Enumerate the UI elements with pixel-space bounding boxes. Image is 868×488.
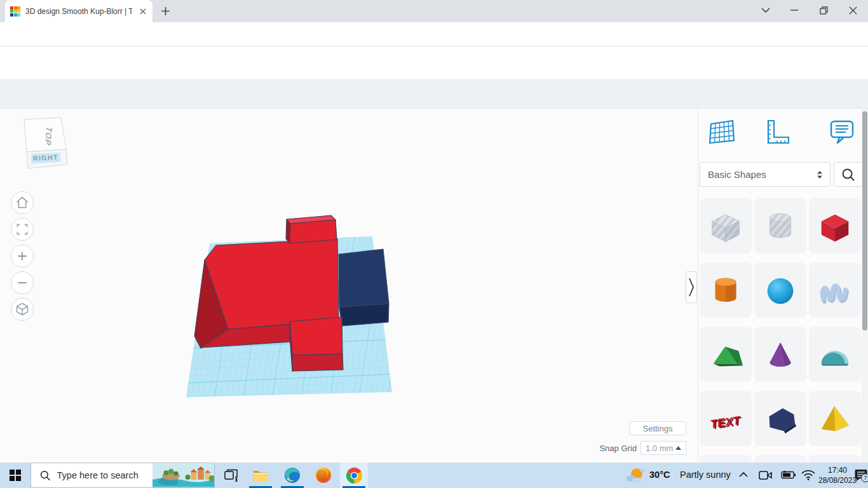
snap-grid-label: Snap Grid bbox=[559, 444, 637, 453]
red-top-box-shape[interactable] bbox=[286, 215, 337, 243]
settings-button[interactable]: Settings bbox=[629, 421, 686, 435]
text-icon: TEXTTEXT bbox=[706, 399, 745, 438]
notes-tool-icon[interactable] bbox=[825, 116, 857, 148]
tab-close-icon[interactable] bbox=[139, 7, 147, 16]
shape-polygon[interactable] bbox=[754, 391, 806, 446]
chevron-right-icon bbox=[688, 276, 695, 299]
weather-icon[interactable] bbox=[626, 466, 645, 484]
notification-center-icon[interactable]: 7 bbox=[854, 468, 868, 482]
taskbar-search-box[interactable] bbox=[31, 463, 215, 488]
hidden-icons-chevron-icon[interactable] bbox=[739, 471, 748, 477]
taskbar-clock[interactable]: 17:40 28/08/2023 bbox=[818, 465, 857, 485]
chrome-icon[interactable] bbox=[340, 463, 368, 488]
roof-icon bbox=[706, 335, 745, 374]
workspace: TOP RIGHT Settings Snap Grid 1.0 mm Basi… bbox=[0, 109, 868, 463]
start-button[interactable] bbox=[0, 463, 31, 488]
tinkercad-header: TINKERCAD Smooth Kup-Blorr bbox=[0, 46, 868, 80]
taskbar-condition[interactable]: Partly sunny bbox=[680, 470, 731, 480]
tab-search-chevron-icon[interactable] bbox=[752, 0, 780, 20]
shapes-panel: Basic Shapes TEXTTEXT bbox=[698, 109, 868, 463]
tab-title: 3D design Smooth Kup-Blorr | Ti bbox=[25, 7, 132, 16]
search-shapes-button[interactable] bbox=[834, 162, 862, 187]
shape-cylinder-transparent[interactable] bbox=[754, 198, 806, 254]
new-tab-button[interactable] bbox=[160, 6, 171, 17]
polygon-icon bbox=[761, 399, 800, 438]
sphere-icon bbox=[761, 271, 800, 310]
shape-roof[interactable] bbox=[700, 327, 752, 382]
tinkercad-favicon bbox=[10, 6, 20, 17]
scribble-icon bbox=[815, 271, 855, 310]
shape-text[interactable]: TEXTTEXT bbox=[700, 391, 752, 446]
taskbar-date: 28/08/2023 bbox=[818, 475, 857, 485]
battery-icon[interactable] bbox=[781, 471, 796, 479]
red-bottom-box-shape[interactable] bbox=[290, 317, 343, 371]
browser-address-bar: tinkercad.com/things/kGMgD63SJsN-smooth-… bbox=[0, 22, 868, 46]
panel-collapse-handle[interactable] bbox=[686, 271, 697, 303]
search-input[interactable] bbox=[57, 470, 153, 480]
firefox-icon[interactable] bbox=[309, 463, 337, 488]
shape-scribble[interactable] bbox=[809, 262, 861, 318]
snap-grid-caret-icon bbox=[675, 446, 681, 450]
view-cube[interactable]: TOP RIGHT bbox=[15, 116, 74, 182]
ruler-tool-icon[interactable] bbox=[759, 116, 791, 148]
taskbar-time: 17:40 bbox=[818, 465, 857, 475]
search-icon bbox=[841, 168, 855, 182]
viewport-3d[interactable] bbox=[0, 109, 698, 463]
snap-grid-value: 1.0 mm bbox=[646, 444, 673, 453]
taskbar-temperature[interactable]: 30°C bbox=[649, 470, 670, 480]
edge-icon[interactable] bbox=[278, 463, 306, 488]
windows-taskbar: 30°C Partly sunny 17:40 28/08/2023 7 bbox=[0, 463, 868, 488]
perspective-toggle-button[interactable] bbox=[11, 298, 34, 321]
cylinder-transparent-icon bbox=[761, 207, 800, 246]
view-cube-top-label: TOP bbox=[43, 125, 54, 147]
box-icon bbox=[815, 207, 855, 246]
shape-box-transparent[interactable] bbox=[700, 198, 752, 254]
panel-scrollbar-thumb[interactable] bbox=[862, 111, 867, 330]
panel-scrollbar[interactable] bbox=[862, 109, 868, 463]
file-explorer-icon[interactable] bbox=[247, 463, 275, 488]
box-transparent-icon bbox=[706, 207, 745, 246]
cylinder-icon bbox=[706, 271, 745, 310]
notification-badge: 7 bbox=[861, 473, 868, 482]
shape-gallery: TEXTTEXT bbox=[700, 198, 861, 463]
pyramid-icon bbox=[815, 399, 855, 438]
search-icon bbox=[40, 470, 51, 481]
zoom-out-button[interactable] bbox=[11, 271, 34, 294]
cone-icon bbox=[761, 335, 800, 374]
wifi-icon[interactable] bbox=[801, 470, 815, 480]
shape-box[interactable] bbox=[809, 198, 861, 254]
shape-round-roof[interactable] bbox=[809, 327, 861, 382]
shape-card-partial[interactable] bbox=[700, 455, 752, 463]
view-cube-right-label: RIGHT bbox=[33, 153, 59, 162]
search-highlight-image[interactable] bbox=[153, 463, 214, 487]
window-close-button[interactable] bbox=[839, 0, 867, 20]
shape-card-partial[interactable] bbox=[754, 455, 806, 463]
shape-pyramid[interactable] bbox=[809, 391, 861, 446]
editor-toolbar: Import Export Send To bbox=[0, 80, 868, 109]
select-arrows-icon bbox=[817, 171, 822, 179]
home-view-button[interactable] bbox=[11, 191, 34, 214]
shape-category-value: Basic Shapes bbox=[708, 169, 817, 180]
browser-tab[interactable]: 3D design Smooth Kup-Blorr | Ti bbox=[5, 0, 153, 22]
snap-grid-dropdown[interactable]: 1.0 mm bbox=[641, 441, 686, 455]
round-roof-icon bbox=[815, 335, 855, 374]
window-minimize-button[interactable] bbox=[780, 0, 808, 20]
shape-category-select[interactable]: Basic Shapes bbox=[700, 162, 831, 187]
window-restore-button[interactable] bbox=[810, 0, 837, 20]
shape-cylinder[interactable] bbox=[700, 262, 752, 318]
task-view-icon[interactable] bbox=[217, 463, 245, 488]
shape-cone[interactable] bbox=[754, 327, 806, 382]
workplane-tool-icon[interactable] bbox=[706, 116, 738, 148]
shape-card-partial[interactable] bbox=[809, 455, 861, 463]
zoom-in-button[interactable] bbox=[11, 245, 34, 268]
shape-sphere[interactable] bbox=[754, 262, 806, 318]
meet-now-icon[interactable] bbox=[759, 470, 773, 481]
fit-view-button[interactable] bbox=[11, 218, 34, 241]
browser-tab-bar: 3D design Smooth Kup-Blorr | Ti bbox=[0, 0, 868, 22]
navy-box-shape[interactable] bbox=[339, 249, 389, 326]
